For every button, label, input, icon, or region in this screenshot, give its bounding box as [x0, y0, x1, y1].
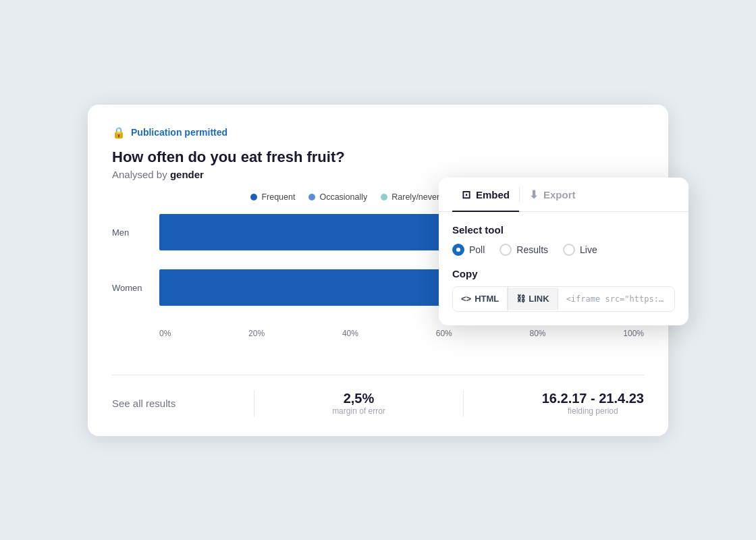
legend-dot [308, 194, 315, 200]
radio-item[interactable]: Results [500, 244, 548, 256]
bar-segment [159, 214, 479, 250]
export-tab[interactable]: ⬇ Export [520, 178, 585, 212]
copy-preview: <iframe src="https://w... [558, 288, 674, 310]
period-label: fielding period [542, 406, 644, 416]
radio-item[interactable]: Poll [452, 244, 485, 256]
legend-dot [250, 194, 257, 200]
question-title: How often do you eat fresh fruit? [112, 148, 644, 166]
radio-group: PollResultsLive [452, 244, 675, 256]
margin-label: margin of error [332, 406, 385, 416]
x-axis-label: 80% [530, 329, 546, 338]
radio-circle [563, 244, 575, 256]
footer-divider-1 [254, 390, 254, 417]
publication-row: 🔒 Publication permitted [112, 126, 644, 139]
x-axis-label: 60% [436, 329, 452, 338]
period-value: 16.2.17 - 21.4.23 [542, 391, 644, 406]
link-label: LINK [529, 294, 549, 304]
link-button[interactable]: ⛓ LINK [508, 288, 558, 310]
analysed-bold: gender [170, 169, 204, 180]
radio-label: Results [516, 244, 548, 255]
legend-dot [381, 194, 387, 200]
radio-circle [500, 244, 512, 256]
radio-item[interactable]: Live [563, 244, 597, 256]
see-all-results[interactable]: See all results [112, 398, 176, 409]
popup-tabs: ⊡ Embed ⬇ Export [439, 178, 688, 212]
radio-label: Poll [469, 244, 485, 255]
x-axis-label: 40% [342, 329, 358, 338]
publication-label: Publication permitted [131, 127, 227, 138]
x-axis-label: 100% [623, 329, 644, 338]
export-tab-label: Export [543, 189, 576, 200]
card-footer: See all results 2,5% margin of error 16.… [112, 375, 644, 417]
page-wrapper: 🔒 Publication permitted How often do you… [88, 105, 668, 436]
html-label: HTML [475, 294, 499, 304]
popup-body: Select tool PollResultsLive Copy <> HTML… [439, 212, 688, 325]
legend-item: Rarely/never [381, 192, 439, 202]
lock-icon: 🔒 [112, 126, 126, 139]
margin-of-error-stat: 2,5% margin of error [332, 391, 385, 416]
margin-value: 2,5% [332, 391, 385, 406]
html-button[interactable]: <> HTML [453, 288, 508, 310]
html-icon: <> [461, 294, 471, 304]
embed-export-popup: ⊡ Embed ⬇ Export Select tool PollResults… [439, 178, 688, 325]
radio-circle [452, 244, 464, 256]
analysed-prefix: Analysed by [112, 169, 170, 180]
legend-item: Frequent [250, 192, 295, 202]
bar-label: Women [112, 282, 142, 292]
export-icon: ⬇ [529, 188, 538, 201]
x-axis-label: 0% [159, 329, 171, 338]
legend-label: Occasionally [319, 192, 367, 202]
bar-label: Men [112, 227, 129, 237]
legend-label: Rarely/never [392, 192, 439, 202]
radio-label: Live [580, 244, 597, 255]
copy-label: Copy [452, 268, 675, 279]
legend-item: Occasionally [308, 192, 367, 202]
legend-label: Frequent [261, 192, 295, 202]
select-tool-label: Select tool [452, 224, 675, 236]
x-axis-label: 20% [248, 329, 265, 338]
embed-tab[interactable]: ⊡ Embed [452, 178, 519, 212]
fielding-period-stat: 16.2.17 - 21.4.23 fielding period [542, 391, 644, 416]
embed-tab-label: Embed [476, 189, 510, 200]
footer-divider-2 [463, 390, 464, 417]
x-axis: 0%20%40%60%80%100% [159, 325, 644, 338]
copy-row: <> HTML ⛓ LINK <iframe src="https://w... [452, 286, 675, 312]
link-icon: ⛓ [516, 294, 525, 304]
embed-icon: ⊡ [462, 188, 470, 201]
